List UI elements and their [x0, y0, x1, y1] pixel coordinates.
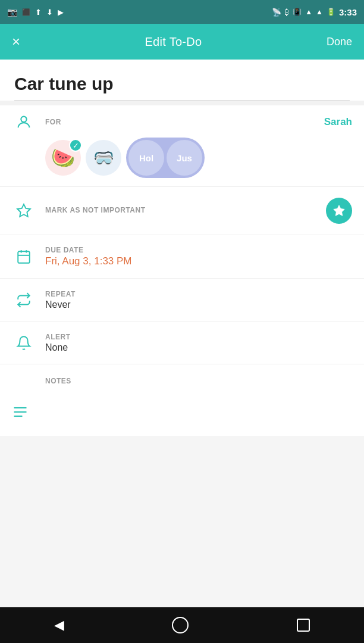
mark-important-label: MARK AS NOT IMPORTANT — [45, 206, 326, 214]
mark-important-button[interactable] — [326, 198, 352, 224]
due-date-value: Fri, Aug 3, 1:33 PM — [45, 255, 352, 267]
alert-value: None — [45, 342, 352, 353]
notes-label: NOTES — [45, 377, 71, 385]
camera-icon: 📷 — [7, 7, 17, 17]
due-date-label: DUE DATE — [45, 246, 352, 254]
stop-icon: ⬛ — [22, 8, 30, 16]
status-bar-left: 📷 ⬛ ⬆ ⬇ ▶ — [7, 7, 64, 17]
avatar-hol[interactable]: Hol — [128, 140, 164, 176]
status-bar-right: 📡 ₿ 📳 ▲ ▲ 🔋 3:33 — [272, 7, 357, 17]
play-icon: ▶ — [58, 8, 64, 17]
notes-section: NOTES — [0, 364, 364, 436]
bell-icon — [12, 335, 36, 351]
recents-button[interactable] — [297, 619, 310, 632]
svg-rect-3 — [18, 251, 30, 263]
due-date-content: DUE DATE Fri, Aug 3, 1:33 PM — [45, 246, 352, 267]
avatar-pill-group[interactable]: Hol Jus — [126, 138, 205, 178]
gap-divider — [0, 101, 364, 105]
repeat-row[interactable]: REPEAT Never — [0, 279, 364, 322]
repeat-label: REPEAT — [45, 290, 352, 298]
app-bar: × Edit To-Do Done — [0, 24, 364, 60]
mark-important-content: MARK AS NOT IMPORTANT — [45, 206, 326, 216]
vibrate-icon: 📳 — [293, 8, 302, 16]
bottom-nav: ◀ — [0, 607, 364, 643]
glasses-emoji: 🥽 — [86, 140, 121, 176]
for-avatars: 🍉 ✓ 🥽 Hol Jus — [45, 138, 352, 178]
signal-icon: ▲ — [316, 8, 323, 16]
star-outline-icon — [12, 203, 36, 219]
notes-icon-area — [12, 404, 352, 420]
avatar-glasses[interactable]: 🥽 — [86, 140, 121, 176]
notes-lines-icon — [12, 404, 36, 420]
for-label: FOR — [45, 118, 61, 126]
page-title: Edit To-Do — [145, 35, 202, 49]
for-header-left: FOR — [12, 114, 61, 130]
repeat-content: REPEAT Never — [45, 290, 352, 310]
calendar-icon — [12, 249, 36, 264]
close-button[interactable]: × — [12, 33, 20, 50]
due-date-row[interactable]: DUE DATE Fri, Aug 3, 1:33 PM — [0, 235, 364, 279]
wifi-icon: ▲ — [305, 8, 312, 16]
avatar-watermelon[interactable]: 🍉 ✓ — [45, 140, 81, 176]
mark-important-row[interactable]: MARK AS NOT IMPORTANT — [0, 187, 364, 235]
main-content: FOR Sarah 🍉 ✓ 🥽 Hol Jus — [0, 60, 364, 436]
back-button[interactable]: ◀ — [54, 617, 64, 633]
repeat-icon — [12, 292, 36, 308]
alert-content: ALERT None — [45, 333, 352, 353]
done-button[interactable]: Done — [327, 36, 352, 48]
task-title-input[interactable] — [14, 74, 350, 101]
status-time: 3:33 — [339, 7, 357, 17]
cast-icon: 📡 — [272, 8, 281, 17]
status-bar: 📷 ⬛ ⬆ ⬇ ▶ 📡 ₿ 📳 ▲ ▲ 🔋 3:33 — [0, 0, 364, 24]
battery-icon: 🔋 — [327, 8, 335, 16]
avatar-check-icon: ✓ — [69, 139, 82, 152]
for-header: FOR Sarah — [12, 114, 352, 130]
alert-row[interactable]: ALERT None — [0, 322, 364, 364]
svg-marker-2 — [334, 205, 344, 216]
download-icon: ⬇ — [46, 8, 53, 17]
svg-point-0 — [21, 117, 26, 122]
upload-icon: ⬆ — [35, 8, 42, 17]
bluetooth-icon: ₿ — [285, 8, 289, 17]
svg-marker-1 — [17, 204, 30, 217]
home-button[interactable] — [172, 617, 189, 633]
person-icon — [12, 114, 36, 130]
alert-label: ALERT — [45, 333, 352, 341]
title-section — [0, 60, 364, 101]
repeat-value: Never — [45, 299, 352, 310]
for-section: FOR Sarah 🍉 ✓ 🥽 Hol Jus — [0, 105, 364, 187]
for-assigned-value[interactable]: Sarah — [324, 116, 352, 128]
avatar-jus[interactable]: Jus — [167, 140, 202, 176]
